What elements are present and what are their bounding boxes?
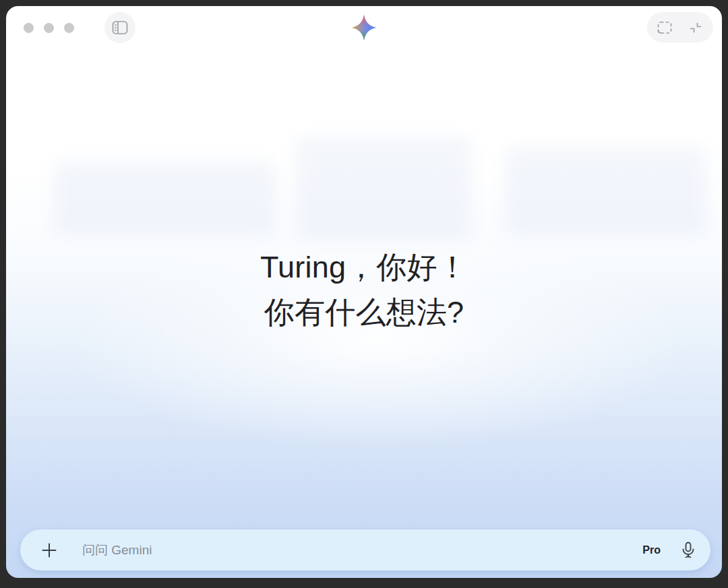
minimize-window-button[interactable]: [44, 23, 54, 33]
gemini-app-window: Turing，你好！ 你有什么想法? Pro: [6, 6, 722, 578]
greeting-line-1: Turing，你好！: [6, 244, 722, 290]
greeting-message: Turing，你好！ 你有什么想法?: [6, 244, 722, 335]
prompt-input[interactable]: [82, 543, 642, 558]
microphone-button[interactable]: [679, 542, 697, 559]
microphone-icon: [681, 542, 696, 559]
macos-traffic-lights: [24, 23, 74, 33]
close-window-button[interactable]: [24, 23, 34, 33]
greeting-line-2: 你有什么想法?: [6, 290, 722, 335]
skyline-blob: [505, 148, 707, 235]
sidebar-panel-icon: [112, 20, 128, 35]
screenshot-selection-icon[interactable]: [657, 20, 672, 35]
skyline-blob: [296, 137, 471, 238]
prompt-composer: Pro: [20, 529, 710, 570]
zoom-window-button[interactable]: [64, 23, 74, 33]
gemini-sparkle-icon: [351, 15, 377, 40]
titlebar: [6, 6, 722, 60]
model-badge[interactable]: Pro: [642, 544, 661, 556]
sidebar-toggle-button[interactable]: [104, 12, 135, 43]
add-attachment-button[interactable]: [40, 542, 58, 559]
collapse-window-icon[interactable]: [688, 20, 703, 35]
skyline-blob: [53, 161, 276, 235]
plus-icon: [41, 542, 57, 558]
titlebar-right-actions: [647, 12, 713, 42]
background-skyline-art: [6, 100, 722, 222]
